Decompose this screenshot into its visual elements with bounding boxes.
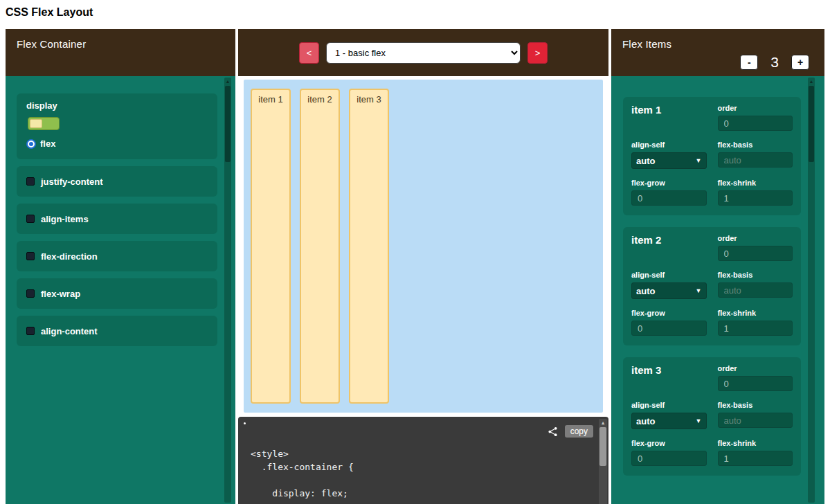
flex-items-panel: Flex Items - 3 + item 1 order align-self… (611, 29, 824, 504)
property-card-flex-wrap[interactable]: flex-wrap (17, 278, 217, 309)
flex-items-body: item 1 order align-self auto ▼ flex-basi (611, 76, 824, 504)
align-self-select[interactable]: auto (631, 413, 707, 429)
scrollbar-thumb[interactable] (809, 86, 814, 162)
order-field: order (718, 104, 793, 131)
flex-preview-container: item 1 item 2 item 3 (244, 80, 603, 413)
flex-shrink-field: flex-shrink (718, 439, 793, 466)
display-flex-radio-row[interactable]: flex (26, 138, 208, 149)
item-count-controls: - 3 + (740, 54, 809, 71)
flex-grow-label: flex-grow (631, 309, 707, 317)
scroll-up-icon[interactable]: ▲ (599, 419, 607, 427)
flex-preview-item: item 1 (251, 89, 291, 404)
order-input[interactable] (718, 246, 793, 261)
preview-column: < 1 - basic flex > item 1 item 2 item 3 … (238, 29, 608, 504)
property-card-align-items[interactable]: align-items (17, 204, 217, 234)
display-toggle[interactable] (28, 117, 60, 130)
order-label: order (718, 104, 793, 112)
order-label: order (718, 364, 793, 372)
item-card-title: item 1 (631, 104, 707, 131)
flex-shrink-input[interactable] (718, 451, 793, 466)
scroll-up-icon[interactable]: ▲ (808, 78, 815, 86)
flex-basis-label: flex-basis (718, 141, 793, 149)
flex-basis-field: flex-basis (718, 401, 793, 429)
flex-basis-input[interactable] (718, 152, 793, 168)
align-self-field: align-self auto ▼ (631, 271, 707, 299)
prev-preset-button[interactable]: < (299, 42, 319, 64)
flex-grow-field: flex-grow (631, 439, 707, 466)
page-title: CSS Flex Layout (6, 6, 93, 19)
property-label: flex-direction (41, 251, 98, 262)
flex-grow-field: flex-grow (631, 179, 707, 206)
share-icon[interactable] (548, 426, 558, 437)
flex-shrink-input[interactable] (718, 190, 793, 206)
right-panel-scrollbar[interactable]: ▲ (808, 78, 815, 503)
item-card-title: item 2 (631, 234, 707, 261)
flex-basis-input[interactable] (718, 282, 793, 298)
flex-container-body: display flex justify-content align-items… (6, 76, 235, 504)
scrollbar-thumb[interactable] (599, 427, 606, 466)
property-label: align-items (41, 214, 89, 224)
order-label: order (718, 234, 793, 242)
flex-shrink-field: flex-shrink (718, 309, 793, 336)
code-line (251, 474, 588, 487)
preset-bar: < 1 - basic flex > (238, 29, 608, 76)
flex-basis-label: flex-basis (718, 271, 793, 279)
code-scrollbar[interactable]: ▲ (599, 419, 607, 504)
code-line: <style> (251, 447, 588, 460)
flex-grow-label: flex-grow (631, 439, 707, 447)
checkbox-icon[interactable] (26, 252, 35, 260)
code-line: .flex-container { (251, 460, 588, 474)
left-panel-scrollbar[interactable]: ▲ (224, 78, 231, 503)
code-line: display: flex; (251, 487, 588, 500)
flex-shrink-label: flex-shrink (718, 309, 793, 317)
checkbox-icon[interactable] (26, 177, 35, 186)
flex-shrink-label: flex-shrink (718, 179, 793, 187)
scrollbar-thumb[interactable] (225, 86, 231, 162)
property-label: align-content (41, 326, 98, 336)
checkbox-icon[interactable] (26, 327, 35, 335)
flex-preview-item: item 3 (349, 89, 389, 404)
property-card-align-content[interactable]: align-content (17, 316, 217, 346)
flex-basis-field: flex-basis (718, 141, 793, 169)
flex-basis-label: flex-basis (718, 401, 793, 409)
align-self-select[interactable]: auto (631, 152, 707, 169)
copy-button[interactable]: copy (565, 425, 593, 438)
flex-basis-input[interactable] (718, 413, 793, 428)
preset-select[interactable]: 1 - basic flex (326, 42, 521, 64)
order-field: order (718, 234, 793, 261)
align-self-select[interactable]: auto (631, 282, 707, 299)
flex-grow-input[interactable] (631, 321, 707, 336)
align-self-label: align-self (631, 271, 707, 279)
add-item-button[interactable]: + (791, 55, 809, 70)
flex-shrink-label: flex-shrink (718, 439, 793, 447)
property-card-flex-direction[interactable]: flex-direction (17, 241, 217, 271)
flex-container-header: Flex Container (6, 29, 235, 76)
flex-grow-input[interactable] (631, 190, 707, 206)
display-toggle-knob[interactable] (30, 119, 42, 128)
preset-header: < 1 - basic flex > (238, 29, 608, 76)
align-self-field: align-self auto ▼ (631, 401, 707, 429)
checkbox-icon[interactable] (26, 215, 35, 223)
order-input[interactable] (718, 116, 793, 131)
item-count-value: 3 (770, 54, 779, 71)
code-toolbar: copy (548, 425, 593, 438)
radio-checked-icon[interactable] (26, 139, 36, 149)
property-card-justify-content[interactable]: justify-content (17, 166, 217, 197)
flex-container-panel: Flex Container display flex justify-cont… (6, 29, 235, 504)
flex-shrink-input[interactable] (718, 321, 793, 336)
item-card-3: item 3 order align-self auto ▼ flex-basi (623, 357, 801, 476)
align-self-label: align-self (631, 401, 707, 409)
order-input[interactable] (718, 376, 793, 391)
property-label: flex-wrap (41, 289, 80, 299)
scroll-up-icon[interactable]: ▲ (224, 78, 231, 86)
item-card-2: item 2 order align-self auto ▼ flex-basi (623, 227, 801, 345)
code-panel: copy <style> .flex-container { display: … (238, 417, 608, 504)
radio-label: flex (40, 138, 55, 149)
align-self-field: align-self auto ▼ (631, 141, 707, 169)
order-field: order (718, 364, 793, 391)
code-dot (244, 422, 246, 424)
remove-item-button[interactable]: - (740, 55, 758, 70)
checkbox-icon[interactable] (26, 289, 35, 298)
next-preset-button[interactable]: > (527, 42, 548, 64)
flex-grow-input[interactable] (631, 451, 707, 466)
